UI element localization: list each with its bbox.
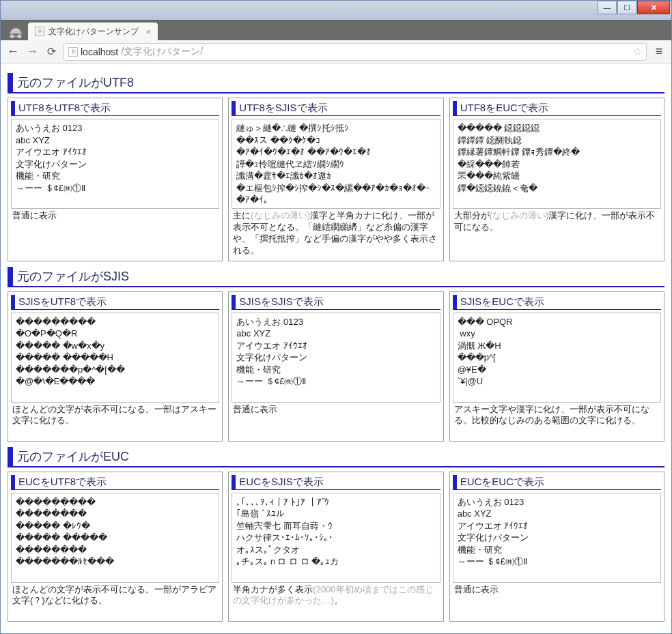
desc-text: ほとんどの文字が表示不可になる。一部がアラビア文字(？)などに化ける。 bbox=[12, 584, 216, 606]
card: SJISをEUCで表示��� OPQR wxy 渦慨 Ж�H ���p^[ @¥… bbox=[449, 291, 664, 442]
card: UTF8をEUCで表示����� 鐚鐚鐚鐚 鐔鐔鐔 鐚醐執鐚 鐔縁薯鐔鯛軒鐔 鐔… bbox=[449, 98, 664, 261]
address-host: localhost bbox=[81, 46, 118, 57]
card-header: EUCをEUCで表示 bbox=[453, 475, 661, 490]
card-description: 主に(なじみの薄い)漢字と半角カナに化け、一部が表示不可となる。「縺繧繝纐纃」な… bbox=[232, 209, 440, 258]
card-description: ほとんどの文字が表示不可になる。一部はアスキー文字に化ける。 bbox=[11, 403, 219, 429]
browser-toolbar: ← → ⟳ ⎘ localhost/文字化けパターン/ ☆ ≡ bbox=[1, 40, 671, 63]
desc-text: 主に bbox=[233, 210, 251, 220]
tab-title: 文字化けパターンサンプ bbox=[48, 26, 141, 38]
desc-text: 普通に表示 bbox=[233, 404, 277, 414]
card-description: 普通に表示 bbox=[11, 209, 219, 223]
desc-text: ほとんどの文字が表示不可になる。一部はアスキー文字に化ける。 bbox=[12, 404, 216, 426]
card-row: SJISをUTF8で表示��������� �O�P�Q�R ����� �w�… bbox=[8, 291, 664, 442]
card-header: SJISをUTF8で表示 bbox=[11, 295, 219, 310]
card-description: 普通に表示 bbox=[232, 403, 440, 417]
desc-text: 。 bbox=[334, 595, 343, 605]
card-header: SJISをSJISで表示 bbox=[232, 295, 440, 310]
address-bar[interactable]: ⎘ localhost/文字化けパターン/ ☆ bbox=[64, 43, 647, 61]
card-header: UTF8をEUCで表示 bbox=[453, 101, 661, 116]
app-window: — ☐ ✕ ⎘ 文字化けパターンサンプ × ← → ⟳ ⎘ localhost/… bbox=[0, 0, 672, 634]
section-header: 元のファイルがEUC bbox=[8, 447, 664, 467]
card: SJISをSJISで表示あいうえお 0123 abc XYZ アイウエオ ｱｲｳ… bbox=[228, 291, 443, 442]
card-header: SJISをEUCで表示 bbox=[453, 295, 661, 310]
card: UTF8をUTF8で表示あいうえお 0123 abc XYZ アイウエオ ｱｲｳ… bbox=[8, 98, 223, 261]
window-buttons: — ☐ ✕ bbox=[598, 1, 670, 14]
back-button[interactable]: ← bbox=[6, 44, 20, 59]
desc-faded: (なじみの薄い) bbox=[490, 210, 549, 220]
site-icon: ⎘ bbox=[68, 47, 78, 57]
card-description: 大部分が(なじみの薄い)漢字に化け、一部が表示不可になる。 bbox=[453, 209, 661, 235]
card-description: 半角カナが多く表示(2000年初め頃まではこの感じの文字化けが多かった…)。 bbox=[232, 583, 440, 609]
desc-text: 普通に表示 bbox=[454, 584, 499, 594]
card-body[interactable]: あいうえお 0123 abc XYZ アイウエオ ｱｲｳｴｵ 文字化けパターン … bbox=[11, 119, 219, 209]
maximize-button[interactable]: ☐ bbox=[617, 1, 636, 14]
card-body[interactable]: あいうえお 0123 abc XYZ アイウエオ ｱｲｳｴｵ 文字化けパターン … bbox=[232, 313, 440, 403]
desc-faded: (なじみの薄い) bbox=[251, 210, 310, 220]
close-button[interactable]: ✕ bbox=[637, 1, 670, 14]
card-description: ほとんどの文字が表示不可になる。一部がアラビア文字(？)などに化ける。 bbox=[11, 583, 219, 609]
card: EUCをUTF8で表示��������� �������� ����� �ﾚｳ�… bbox=[8, 472, 223, 622]
section-header: 元のファイルがSJIS bbox=[8, 267, 664, 287]
bookmark-icon[interactable]: ☆ bbox=[633, 46, 642, 58]
browser-tab[interactable]: ⎘ 文字化けパターンサンプ × bbox=[28, 23, 158, 40]
minimize-button[interactable]: — bbox=[598, 1, 617, 14]
card-row: UTF8をUTF8で表示あいうえお 0123 abc XYZ アイウエオ ｱｲｳ… bbox=[8, 98, 664, 261]
page-content: 元のファイルがUTF8UTF8をUTF8で表示あいうえお 0123 abc XY… bbox=[1, 63, 671, 633]
card: EUCをSJISで表示､｢､､､ｦ､ｨ｜ｱ ﾄ｣ｱ ｜ｱ˝ｳ ｢島嶺 ﾞｽﾕル … bbox=[228, 472, 443, 622]
card: UTF8をSJISで表示縺ゅ＞縺�∴縺 �撰ｼ托ｼ抵ｼ ��ｽス ��ｸ�ｹ�ｺ… bbox=[228, 98, 443, 261]
window-titlebar: — ☐ ✕ bbox=[1, 1, 671, 20]
menu-button[interactable]: ≡ bbox=[652, 44, 666, 59]
card-description: アスキー文字や漢字に化け、一部が表示不可になる。比較的なじみのある範囲の文字に化… bbox=[453, 403, 661, 429]
incognito-icon bbox=[6, 24, 25, 40]
desc-text: 半角カナが多く表示 bbox=[233, 584, 313, 594]
card-body[interactable]: あいうえお 0123 abc XYZ アイウエオ ｱｲｳｴｵ 文字化けパターン … bbox=[453, 493, 661, 583]
card-body[interactable]: ､｢､､､ｦ､ｨ｜ｱ ﾄ｣ｱ ｜ｱ˝ｳ ｢島嶺 ﾞｽﾕル 竺軸宍雫七 而耳自蒔・… bbox=[232, 493, 440, 583]
card-body[interactable]: 縺ゅ＞縺�∴縺 �撰ｼ托ｼ抵ｼ ��ｽス ��ｸ�ｹ�ｺ �ｱ�ｲ�ｳ�ｴ�ｵ … bbox=[232, 119, 440, 209]
card-body[interactable]: ����� 鐚鐚鐚鐚 鐔鐔鐔 鐚醐執鐚 鐔縁薯鐔鯛軒鐔 鐔ｮ秀鐔�終� �綵��… bbox=[453, 119, 661, 209]
card-body[interactable]: ��������� �O�P�Q�R ����� �w�x�y ����� ��… bbox=[11, 313, 219, 403]
address-path: /文字化けパターン/ bbox=[121, 46, 203, 58]
page-icon: ⎘ bbox=[35, 27, 44, 36]
card-header: UTF8をSJISで表示 bbox=[232, 101, 440, 116]
card: EUCをEUCで表示あいうえお 0123 abc XYZ アイウエオ ｱｲｳｴｵ… bbox=[449, 472, 664, 622]
card-header: EUCをSJISで表示 bbox=[232, 475, 440, 490]
card: SJISをUTF8で表示��������� �O�P�Q�R ����� �w�… bbox=[8, 291, 223, 442]
desc-text: アスキー文字や漢字に化け、一部が表示不可になる。比較的なじみのある範囲の文字に化… bbox=[454, 404, 649, 426]
card-description: 普通に表示 bbox=[453, 583, 661, 597]
card-body[interactable]: ��������� �������� ����� �ﾚｳ� ����� ����… bbox=[11, 493, 219, 583]
tab-close-icon[interactable]: × bbox=[145, 27, 151, 37]
reload-button[interactable]: ⟳ bbox=[44, 45, 58, 58]
tab-bar: ⎘ 文字化けパターンサンプ × bbox=[1, 20, 671, 40]
section-header: 元のファイルがUTF8 bbox=[8, 73, 664, 93]
forward-button[interactable]: → bbox=[25, 44, 39, 59]
desc-text: 普通に表示 bbox=[12, 210, 57, 220]
card-body[interactable]: ��� OPQR wxy 渦慨 Ж�H ���p^[ @¥E� `¥|@U bbox=[453, 313, 661, 403]
card-header: EUCをUTF8で表示 bbox=[11, 475, 219, 490]
card-header: UTF8をUTF8で表示 bbox=[11, 101, 219, 116]
card-row: EUCをUTF8で表示��������� �������� ����� �ﾚｳ�… bbox=[8, 472, 664, 622]
desc-text: 大部分が bbox=[454, 210, 490, 220]
